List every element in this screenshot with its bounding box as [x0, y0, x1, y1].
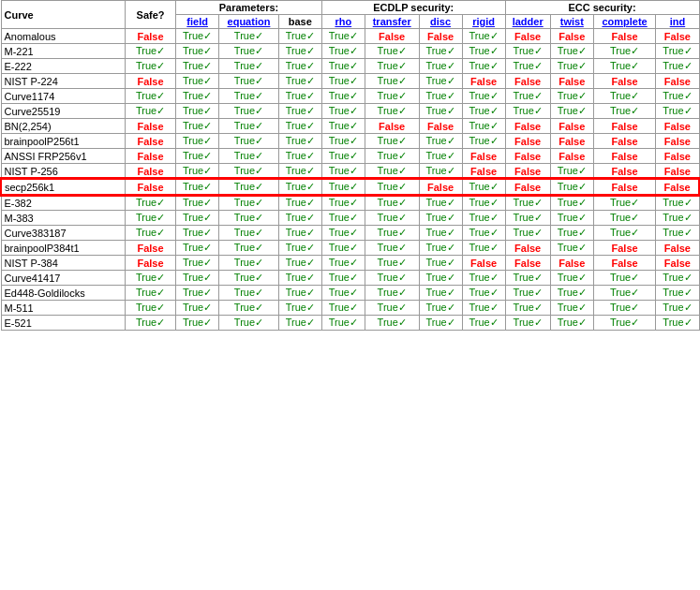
value-cell: False	[656, 29, 699, 44]
value-cell: True✓	[505, 211, 550, 226]
value-cell: True✓	[176, 195, 219, 211]
base-header[interactable]: base	[278, 15, 321, 29]
value-cell: True✓	[462, 271, 505, 286]
table-row: M-383True✓True✓True✓True✓True✓True✓True✓…	[1, 211, 699, 226]
disc-header[interactable]: disc	[419, 15, 462, 29]
transfer-header[interactable]: transfer	[365, 15, 419, 29]
value-cell: True✓	[278, 164, 321, 180]
value-cell: False	[505, 179, 550, 195]
equation-header[interactable]: equation	[219, 15, 279, 29]
value-cell: False	[593, 241, 656, 256]
value-cell: True✓	[278, 149, 321, 164]
ladder-header[interactable]: ladder	[505, 15, 550, 29]
field-header[interactable]: field	[176, 15, 219, 29]
value-cell: True✓	[321, 44, 365, 59]
curve-name-cell: NIST P-224	[1, 74, 125, 89]
value-cell: True✓	[176, 134, 219, 149]
value-cell: True✓	[278, 301, 321, 316]
value-cell: True✓	[365, 316, 419, 331]
value-cell: True✓	[550, 271, 593, 286]
table-body: AnomalousFalseTrue✓True✓True✓True✓FalseF…	[1, 29, 699, 331]
table-row: Curve25519True✓True✓True✓True✓True✓True✓…	[1, 104, 699, 119]
value-cell: True✓	[656, 226, 699, 241]
table-row: secp256k1FalseTrue✓True✓True✓True✓True✓F…	[1, 179, 699, 195]
value-cell: True✓	[365, 271, 419, 286]
value-cell: True✓	[462, 119, 505, 134]
value-cell: True✓	[365, 256, 419, 271]
value-cell: True✓	[278, 59, 321, 74]
value-cell: True✓	[365, 59, 419, 74]
header-row-1: Curve Safe? Parameters: ECDLP security: …	[1, 1, 699, 15]
curve-name-cell: brainpoolP384t1	[1, 241, 125, 256]
value-cell: True✓	[656, 211, 699, 226]
value-cell: True✓	[656, 316, 699, 331]
safe-cell: True✓	[125, 211, 175, 226]
value-cell: True✓	[278, 134, 321, 149]
value-cell: False	[656, 119, 699, 134]
value-cell: True✓	[176, 301, 219, 316]
rho-header[interactable]: rho	[321, 15, 365, 29]
safe-cell: False	[125, 149, 175, 164]
value-cell: False	[462, 164, 505, 180]
curve-header: Curve	[1, 1, 125, 29]
value-cell: True✓	[365, 89, 419, 104]
value-cell: True✓	[219, 89, 279, 104]
value-cell: True✓	[505, 195, 550, 211]
value-cell: True✓	[593, 89, 656, 104]
value-cell: True✓	[219, 29, 279, 44]
value-cell: True✓	[321, 119, 365, 134]
rigid-header[interactable]: rigid	[462, 15, 505, 29]
curve-name-cell: E-382	[1, 195, 125, 211]
twist-header[interactable]: twist	[550, 15, 593, 29]
value-cell: True✓	[321, 226, 365, 241]
value-cell: True✓	[462, 301, 505, 316]
complete-header[interactable]: complete	[593, 15, 656, 29]
value-cell: True✓	[656, 271, 699, 286]
value-cell: True✓	[278, 119, 321, 134]
value-cell: False	[505, 29, 550, 44]
value-cell: True✓	[176, 226, 219, 241]
value-cell: True✓	[176, 89, 219, 104]
value-cell: True✓	[462, 59, 505, 74]
value-cell: True✓	[219, 211, 279, 226]
curve-name-cell: ANSSI FRP256v1	[1, 149, 125, 164]
value-cell: True✓	[462, 104, 505, 119]
value-cell: True✓	[321, 241, 365, 256]
value-cell: True✓	[219, 226, 279, 241]
value-cell: True✓	[219, 164, 279, 180]
value-cell: True✓	[462, 316, 505, 331]
value-cell: True✓	[219, 74, 279, 89]
safe-cell: True✓	[125, 89, 175, 104]
value-cell: True✓	[550, 195, 593, 211]
value-cell: True✓	[176, 164, 219, 180]
safe-cell: False	[125, 179, 175, 195]
value-cell: True✓	[176, 286, 219, 301]
value-cell: True✓	[656, 44, 699, 59]
value-cell: True✓	[176, 256, 219, 271]
curve-name-cell: M-383	[1, 211, 125, 226]
value-cell: True✓	[505, 286, 550, 301]
value-cell: False	[462, 74, 505, 89]
safe-cell: True✓	[125, 271, 175, 286]
value-cell: True✓	[278, 211, 321, 226]
value-cell: True✓	[419, 74, 462, 89]
value-cell: False	[505, 149, 550, 164]
value-cell: True✓	[593, 59, 656, 74]
value-cell: False	[656, 149, 699, 164]
value-cell: True✓	[656, 195, 699, 211]
value-cell: True✓	[419, 211, 462, 226]
value-cell: True✓	[550, 211, 593, 226]
table-row: M-511True✓True✓True✓True✓True✓True✓True✓…	[1, 301, 699, 316]
safe-cell: False	[125, 29, 175, 44]
value-cell: True✓	[462, 241, 505, 256]
value-cell: True✓	[593, 211, 656, 226]
safe-cell: False	[125, 256, 175, 271]
value-cell: True✓	[219, 44, 279, 59]
value-cell: True✓	[321, 59, 365, 74]
value-cell: True✓	[593, 301, 656, 316]
safe-cell: True✓	[125, 301, 175, 316]
value-cell: True✓	[365, 164, 419, 180]
ind-header[interactable]: ind	[656, 15, 699, 29]
value-cell: True✓	[321, 286, 365, 301]
safe-cell: True✓	[125, 59, 175, 74]
